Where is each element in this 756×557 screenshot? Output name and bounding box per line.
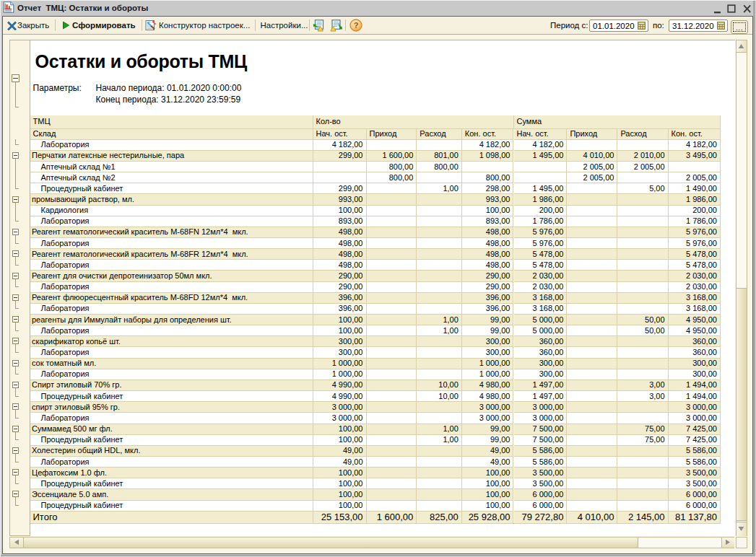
value-cell[interactable]: 5 586,00 — [669, 457, 721, 468]
maximize-button[interactable] — [726, 1, 737, 15]
value-cell[interactable]: 7 425,00 — [669, 424, 721, 435]
value-cell[interactable] — [367, 501, 417, 512]
period-to-value[interactable]: 31.12.2020 — [669, 22, 717, 30]
value-cell[interactable] — [367, 282, 417, 293]
value-cell[interactable] — [367, 271, 417, 281]
value-cell[interactable] — [417, 468, 462, 478]
value-cell[interactable]: 1,00 — [417, 315, 462, 325]
value-cell[interactable] — [367, 238, 417, 249]
collapse-group[interactable] — [12, 273, 19, 279]
value-cell[interactable] — [567, 293, 617, 304]
value-cell[interactable] — [417, 489, 462, 500]
value-cell[interactable]: 5 478,00 — [514, 260, 568, 271]
value-cell[interactable]: 1 986,00 — [669, 194, 721, 205]
settings-button[interactable]: Настройки... — [261, 17, 308, 34]
constructor-button[interactable]: Конструктор настроек... — [145, 17, 250, 34]
value-cell[interactable] — [367, 315, 417, 325]
value-cell[interactable] — [567, 359, 617, 369]
value-cell[interactable] — [617, 501, 668, 512]
group-row-label[interactable]: реагенты для Иммулайт наборы для определ… — [30, 315, 313, 325]
value-cell[interactable] — [417, 478, 462, 489]
group-row-label[interactable]: Реагент флюоресцентный краситель М-68FD … — [30, 293, 313, 304]
value-cell[interactable]: 99,00 — [462, 315, 514, 325]
value-cell[interactable]: 299,00 — [313, 151, 367, 162]
value-cell[interactable] — [617, 489, 668, 500]
collapse-group[interactable] — [12, 426, 19, 432]
collapse-group[interactable] — [12, 491, 19, 497]
value-cell[interactable] — [617, 238, 668, 249]
value-cell[interactable] — [367, 391, 417, 402]
value-cell[interactable]: 299,00 — [313, 183, 367, 194]
value-cell[interactable]: 1,00 — [417, 435, 462, 446]
minimize-button[interactable] — [713, 1, 723, 15]
value-cell[interactable]: 200,00 — [669, 206, 721, 216]
value-cell[interactable]: 5 586,00 — [514, 446, 568, 457]
value-cell[interactable] — [417, 293, 462, 304]
collapse-group[interactable] — [12, 360, 19, 367]
value-cell[interactable] — [567, 183, 617, 194]
value-cell[interactable] — [367, 468, 417, 478]
collapse-group[interactable] — [12, 382, 19, 388]
value-cell[interactable]: 300,00 — [313, 336, 367, 347]
value-cell[interactable] — [567, 489, 617, 500]
value-cell[interactable]: 4 950,00 — [669, 325, 721, 336]
value-cell[interactable] — [514, 162, 568, 172]
value-cell[interactable]: 300,00 — [669, 359, 721, 369]
scroll-down-button[interactable] — [737, 522, 747, 536]
value-cell[interactable] — [417, 249, 462, 260]
header-subcol[interactable]: Кон. ост. — [669, 129, 721, 140]
value-cell[interactable]: 2 030,00 — [514, 271, 568, 281]
value-cell[interactable]: 75,00 — [617, 424, 668, 435]
value-cell[interactable]: 4 950,00 — [669, 315, 721, 325]
value-cell[interactable]: 1 495,00 — [514, 151, 568, 162]
save-settings-button[interactable] — [330, 17, 343, 34]
total-value-cell[interactable]: 1 600,00 — [367, 512, 417, 524]
collapse-group[interactable] — [12, 152, 19, 159]
value-cell[interactable]: 100,00 — [462, 478, 514, 489]
value-cell[interactable]: 1 786,00 — [669, 216, 721, 227]
value-cell[interactable]: 800,00 — [367, 172, 417, 183]
value-cell[interactable]: 396,00 — [462, 293, 514, 304]
value-cell[interactable]: 100,00 — [313, 435, 367, 446]
value-cell[interactable]: 300,00 — [514, 369, 568, 380]
value-cell[interactable] — [617, 446, 668, 457]
value-cell[interactable]: 498,00 — [313, 238, 367, 249]
value-cell[interactable]: 4 990,00 — [313, 380, 367, 391]
value-cell[interactable] — [617, 347, 668, 358]
detail-row-label[interactable]: Процедурный кабинет — [30, 183, 313, 194]
value-cell[interactable] — [417, 194, 462, 205]
value-cell[interactable]: 1 000,00 — [313, 369, 367, 380]
value-cell[interactable]: 49,00 — [462, 446, 514, 457]
value-cell[interactable] — [367, 249, 417, 260]
value-cell[interactable] — [367, 325, 417, 336]
detail-row-label[interactable]: Лаборатория — [30, 369, 313, 380]
value-cell[interactable]: 1 490,00 — [669, 183, 721, 194]
value-cell[interactable]: 300,00 — [462, 336, 514, 347]
period-from-field[interactable]: 01.01.2020 — [589, 19, 648, 32]
value-cell[interactable] — [617, 271, 668, 281]
value-cell[interactable]: 100,00 — [313, 501, 367, 512]
value-cell[interactable]: 99,00 — [462, 325, 514, 336]
value-cell[interactable]: 2 005,00 — [669, 172, 721, 183]
value-cell[interactable] — [567, 227, 617, 238]
value-cell[interactable]: 4 980,00 — [462, 391, 514, 402]
value-cell[interactable]: 360,00 — [514, 336, 568, 347]
value-cell[interactable]: 3 000,00 — [669, 413, 721, 424]
header-tmc[interactable]: ТМЦ — [30, 115, 313, 129]
value-cell[interactable]: 99,00 — [462, 435, 514, 446]
value-cell[interactable]: 5 478,00 — [669, 249, 721, 260]
value-cell[interactable]: 300,00 — [514, 359, 568, 369]
value-cell[interactable] — [567, 216, 617, 227]
value-cell[interactable]: 4 990,00 — [313, 391, 367, 402]
value-cell[interactable]: 2 010,00 — [617, 151, 668, 162]
value-cell[interactable]: 1 494,00 — [669, 391, 721, 402]
collapse-group[interactable] — [12, 229, 19, 235]
value-cell[interactable] — [617, 140, 668, 151]
value-cell[interactable] — [567, 424, 617, 435]
value-cell[interactable]: 498,00 — [462, 249, 514, 260]
value-cell[interactable] — [567, 347, 617, 358]
value-cell[interactable] — [367, 336, 417, 347]
value-cell[interactable]: 1 494,00 — [669, 380, 721, 391]
value-cell[interactable] — [617, 206, 668, 216]
detail-row-label[interactable]: Лаборатория — [30, 347, 313, 358]
